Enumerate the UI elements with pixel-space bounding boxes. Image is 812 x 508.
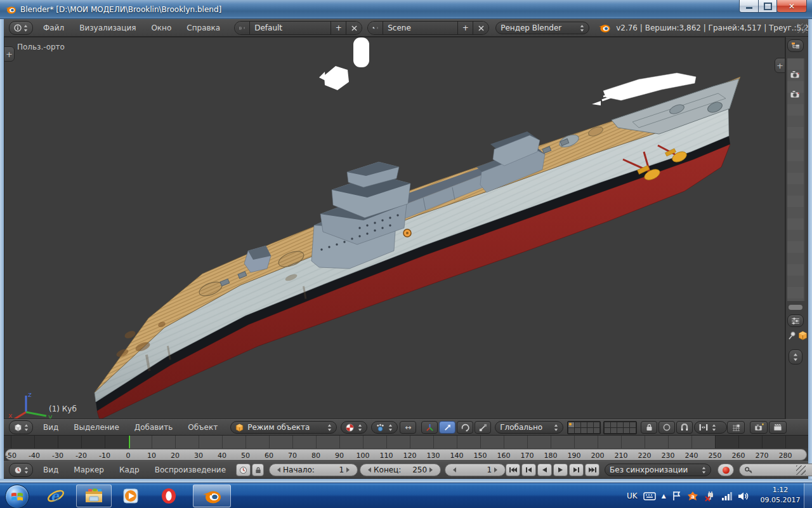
avast-icon[interactable]: a [687,491,698,502]
snap-target-button[interactable] [727,421,745,434]
auto-keyframe-button[interactable] [717,464,734,476]
menu-tl-frame[interactable]: Кадр [112,465,147,474]
network-disconnected-icon[interactable] [704,491,716,502]
opengl-render-image-button[interactable] [750,421,768,434]
menu-view[interactable]: Вид [36,423,66,432]
menu-help[interactable]: Справка [179,23,228,32]
layers-group-2[interactable] [603,421,637,434]
current-frame-field[interactable]: 1 [445,464,506,476]
manipulator-scale-button[interactable] [475,421,491,434]
pin-icon[interactable] [788,331,797,340]
minimize-button[interactable] [739,0,759,13]
white-capsule-object[interactable] [353,37,369,67]
taskbar-item-media-player[interactable] [119,485,142,507]
menu-tl-playback[interactable]: Воспроизведение [147,465,233,474]
lock-frame-range-button[interactable] [252,464,264,476]
scene-name[interactable]: Scene [383,22,458,34]
taskbar-clock[interactable]: 1:12 09.05.2017 [759,485,802,505]
ship-hull-red-bottom[interactable] [97,144,730,419]
snap-element-dropdown[interactable] [694,421,727,434]
taskbar-item-explorer[interactable] [76,485,112,507]
prev-keyframe-button[interactable] [521,464,536,476]
jump-to-start-button[interactable] [506,464,520,476]
keyboard-icon[interactable] [643,491,656,500]
manipulate-center-points-button[interactable]: ↔ [400,421,416,434]
outliner-scrollbar[interactable] [789,305,802,310]
decrement-arrow-icon[interactable] [453,467,456,472]
close-button[interactable]: ✕ [777,0,807,13]
current-frame-line[interactable] [129,436,130,448]
snap-toggle-button[interactable] [676,421,693,434]
add-scene-button[interactable]: + [458,22,473,34]
restrict-render-camera-icon[interactable] [790,70,801,79]
scene-icon-button[interactable] [368,22,383,34]
layers-widget[interactable] [567,421,637,434]
editor-type-button-timeline[interactable] [9,463,33,477]
pivot-point-dropdown[interactable] [371,421,398,434]
layers-group-1[interactable] [567,421,601,434]
lock-to-scene-button[interactable] [641,421,657,434]
jump-to-end-button[interactable] [585,464,599,476]
manipulator-rotate-button[interactable] [457,421,473,434]
increment-arrow-icon[interactable] [346,467,350,472]
speaker-icon[interactable] [738,491,749,501]
menu-select[interactable]: Выделение [66,423,126,432]
restrict-render-camera-icon[interactable] [790,90,801,98]
editor-corner-grip[interactable] [797,23,807,33]
menu-object[interactable]: Объект [180,423,225,432]
timeline-ruler[interactable]: -50-40-30-20-100102030405060708090100110… [4,448,808,461]
proportional-edit-button[interactable] [658,421,675,434]
frame-start-field[interactable]: Начало: 1 [269,464,358,476]
next-keyframe-button[interactable] [569,464,584,476]
menu-tl-marker[interactable]: Маркер [66,465,112,474]
increment-arrow-icon[interactable] [494,467,497,472]
mode-dropdown[interactable]: Режим объекта [230,421,337,434]
cursor-3d[interactable] [403,229,411,237]
decrement-arrow-icon[interactable] [277,467,280,472]
remove-scene-button[interactable] [473,22,488,34]
toolshelf-expand-button[interactable]: + [4,46,15,62]
timeline-band[interactable] [4,436,808,448]
transform-orientation-dropdown[interactable]: Глобально [495,421,563,434]
remove-layout-button[interactable] [346,22,362,34]
frame-end-field[interactable]: Конец: 250 [360,464,441,476]
layer-cell-active[interactable] [568,422,574,427]
decrement-arrow-icon[interactable] [368,467,371,472]
render-engine-dropdown[interactable]: Рендер Blender [495,22,589,34]
menu-file[interactable]: Файл [36,23,72,32]
white-cube-object[interactable] [319,66,349,90]
menu-add[interactable]: Добавить [127,423,180,432]
use-preview-range-button[interactable] [236,464,251,476]
opengl-render-anim-button[interactable] [769,421,787,434]
menu-render[interactable]: Визуализация [72,23,143,32]
properties-region-expand-button[interactable]: + [775,58,785,73]
maximize-button[interactable] [759,0,777,13]
play-reverse-button[interactable] [537,464,552,476]
increment-arrow-icon[interactable] [429,467,433,472]
menu-tl-view[interactable]: Вид [36,465,66,474]
taskbar-item-internet-explorer[interactable]: e [44,485,67,507]
properties-stepper-button[interactable] [789,349,802,364]
editor-type-button-3dview[interactable] [9,420,33,434]
screen-layout-icon-button[interactable] [235,22,250,34]
add-layout-button[interactable]: + [331,22,346,34]
signal-strength-icon[interactable] [721,491,732,501]
language-indicator[interactable]: UK [627,491,638,500]
tray-expand-icon[interactable]: ▲ [662,493,666,499]
manipulator-translate-button[interactable] [439,421,455,434]
viewport-3d[interactable]: + + Польз.-орто (1) Куб z x y [4,37,785,419]
object-context-cube-icon[interactable] [798,331,808,340]
manipulator-axis-button[interactable] [421,421,438,434]
editor-type-button-info[interactable] [9,21,33,35]
forward-gun-drum[interactable] [244,246,271,272]
properties-editor-button[interactable] [787,314,804,327]
action-center-flag-icon[interactable] [672,491,681,501]
show-desktop-button[interactable] [804,483,812,508]
editor-corner-grip[interactable] [796,465,806,475]
ship-model[interactable] [4,37,785,419]
screen-layout-name[interactable]: Default [250,22,331,34]
viewport-shading-dropdown[interactable] [341,421,367,434]
sync-mode-dropdown[interactable]: Без синхронизации [605,464,711,476]
play-button[interactable] [553,464,568,476]
start-button[interactable] [5,485,29,508]
